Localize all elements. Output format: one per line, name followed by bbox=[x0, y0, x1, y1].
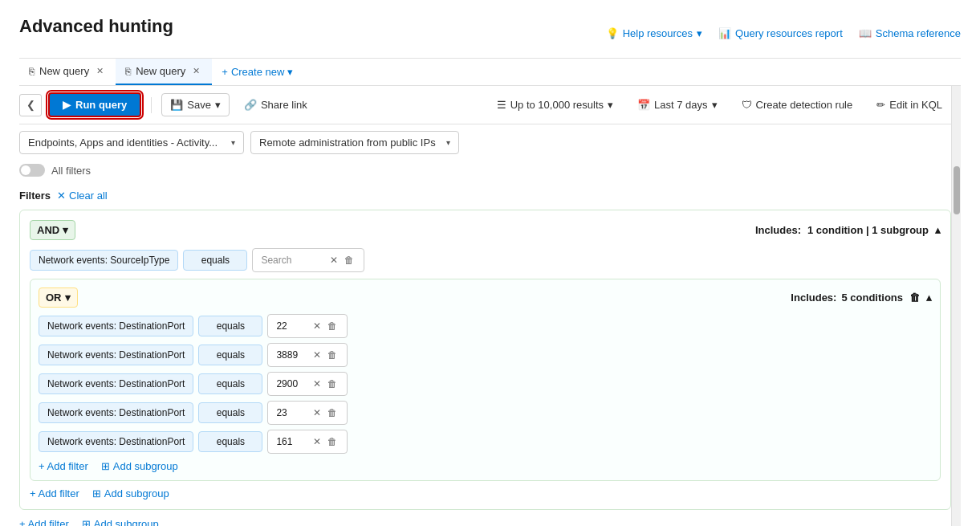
calendar-icon: 📅 bbox=[637, 99, 650, 111]
condition-clear-button[interactable]: ✕ bbox=[328, 253, 340, 267]
results-limit-button[interactable]: ☰ Up to 10,000 results ▾ bbox=[488, 93, 622, 116]
toolbar-divider-1 bbox=[151, 97, 152, 113]
save-button[interactable]: 💾 Save ▾ bbox=[161, 93, 230, 116]
time-range-label: Last 7 days bbox=[654, 99, 708, 111]
subgroup-value-0[interactable]: 22 ✕ 🗑 bbox=[267, 314, 348, 338]
group-add-filter-button[interactable]: + Add filter bbox=[30, 487, 79, 499]
subgroup-value-2[interactable]: 2900 ✕ 🗑 bbox=[267, 372, 348, 396]
subgroup-row-delete-3[interactable]: 🗑 bbox=[326, 406, 339, 420]
edit-in-kql-button[interactable]: ✏ Edit in KQL bbox=[868, 93, 951, 116]
group-add-subgroup-button[interactable]: ⊞ Add subgroup bbox=[92, 487, 169, 499]
subgroup-operator-2[interactable]: equals bbox=[198, 373, 262, 394]
create-detection-rule-label: Create detection rule bbox=[756, 99, 853, 111]
share-icon: 🔗 bbox=[244, 99, 257, 111]
subgroup-actions-2: ✕ 🗑 bbox=[311, 377, 339, 391]
subgroup-row-3: Network events: DestinationPort equals 2… bbox=[39, 401, 932, 425]
subgroup-field-1[interactable]: Network events: DestinationPort bbox=[39, 345, 193, 365]
sidebar-toggle-button[interactable]: ❮ bbox=[19, 94, 42, 116]
subgroup-field-2[interactable]: Network events: DestinationPort bbox=[39, 373, 193, 394]
bottom-add-subgroup-icon: ⊞ bbox=[82, 518, 91, 526]
save-icon: 💾 bbox=[170, 99, 183, 111]
subgroup-row-clear-3[interactable]: ✕ bbox=[311, 406, 323, 420]
group-info: Includes: 1 condition | 1 subgroup ▴ bbox=[755, 224, 941, 236]
subgroup-row-clear-4[interactable]: ✕ bbox=[311, 434, 323, 449]
subgroup-add-subgroup-button[interactable]: ⊞ Add subgroup bbox=[101, 460, 178, 472]
subgroup-value-1[interactable]: 3889 ✕ 🗑 bbox=[267, 343, 348, 367]
subgroup-operator-4[interactable]: equals bbox=[198, 431, 262, 452]
time-range-button[interactable]: 📅 Last 7 days ▾ bbox=[628, 93, 726, 116]
template-dropdown[interactable]: Remote administration from public IPs ▾ bbox=[250, 131, 459, 154]
category-chevron-icon: ▾ bbox=[231, 138, 235, 147]
subgroup-chevron-up-icon[interactable]: ▴ bbox=[926, 292, 932, 304]
tabs-bar: ⎘ New query ✕ ⎘ New query ✕ + Create new… bbox=[19, 59, 961, 86]
scrollbar[interactable] bbox=[951, 86, 961, 526]
filters-heading-text: Filters bbox=[19, 190, 51, 202]
subgroup-row-delete-1[interactable]: 🗑 bbox=[326, 348, 339, 362]
and-label: AND bbox=[37, 224, 59, 236]
query-resources-report-link[interactable]: 📊 Query resources report bbox=[718, 27, 843, 39]
subgroup-operator-3[interactable]: equals bbox=[198, 402, 262, 423]
subgroup-operator-0[interactable]: equals bbox=[198, 316, 262, 336]
run-query-button[interactable]: ▶ Run query bbox=[48, 92, 141, 117]
and-operator-button[interactable]: AND ▾ bbox=[30, 220, 75, 240]
all-filters-toggle[interactable] bbox=[19, 164, 45, 177]
scrollbar-thumb bbox=[954, 166, 960, 214]
tab-2[interactable]: ⎘ New query ✕ bbox=[116, 59, 212, 85]
subgroup-value-text-1: 3889 bbox=[276, 349, 298, 361]
subgroup-includes-value: 5 conditions bbox=[841, 292, 903, 304]
category-dropdown[interactable]: Endpoints, Apps and identities - Activit… bbox=[19, 131, 244, 154]
subgroup-add-filter-button[interactable]: + Add filter bbox=[39, 460, 88, 472]
schema-reference-link[interactable]: 📖 Schema reference bbox=[859, 27, 961, 39]
sidebar-icon: ❮ bbox=[26, 99, 35, 111]
create-detection-rule-button[interactable]: 🛡 Create detection rule bbox=[733, 93, 862, 116]
condition-field[interactable]: Network events: SourceIpType bbox=[30, 250, 178, 271]
toolbar: ❮ ▶ Run query 💾 Save ▾ 🔗 Share link bbox=[19, 86, 951, 124]
subgroup-value-4[interactable]: 161 ✕ 🗑 bbox=[267, 430, 348, 454]
pencil-icon: ✏ bbox=[876, 99, 885, 111]
subgroup-actions-3: ✕ 🗑 bbox=[311, 406, 339, 420]
category-dropdown-label: Endpoints, Apps and identities - Activit… bbox=[28, 137, 218, 149]
tab-label-2: New query bbox=[136, 65, 185, 77]
clear-all-button[interactable]: ✕ Clear all bbox=[57, 190, 108, 202]
includes-value: 1 condition | 1 subgroup bbox=[807, 224, 929, 236]
subgroup-includes-label: Includes: bbox=[791, 292, 836, 304]
includes-label: Includes: bbox=[755, 224, 801, 236]
create-new-tab-button[interactable]: + Create new ▾ bbox=[212, 59, 303, 84]
subgroup-field-3[interactable]: Network events: DestinationPort bbox=[39, 402, 193, 423]
share-link-label: Share link bbox=[261, 99, 307, 111]
subgroup-row-delete-0[interactable]: 🗑 bbox=[326, 319, 339, 333]
subgroup-row-clear-1[interactable]: ✕ bbox=[311, 348, 323, 362]
subgroup-add-row: + Add filter ⊞ Add subgroup bbox=[39, 460, 932, 472]
tab-query-icon-1: ⎘ bbox=[29, 66, 35, 77]
subgroup-row-clear-2[interactable]: ✕ bbox=[311, 377, 323, 391]
or-chevron-icon: ▾ bbox=[65, 292, 71, 304]
tab-close-1[interactable]: ✕ bbox=[94, 65, 106, 77]
save-label: Save bbox=[187, 99, 211, 111]
bottom-add-subgroup-button[interactable]: ⊞ Add subgroup bbox=[82, 518, 159, 526]
condition-operator[interactable]: equals bbox=[183, 250, 247, 271]
subgroup-field-0[interactable]: Network events: DestinationPort bbox=[39, 316, 193, 336]
tab-1[interactable]: ⎘ New query ✕ bbox=[19, 59, 116, 85]
group-chevron-up-icon[interactable]: ▴ bbox=[935, 224, 941, 236]
subgroup-row-clear-0[interactable]: ✕ bbox=[311, 319, 323, 333]
main-condition-row: Network events: SourceIpType equals Sear… bbox=[30, 248, 941, 272]
filters-heading-row: Filters ✕ Clear all bbox=[19, 190, 951, 202]
edit-in-kql-label: Edit in KQL bbox=[889, 99, 942, 111]
bottom-add-filter-button[interactable]: + Add filter bbox=[19, 518, 69, 526]
subgroup-delete-button[interactable]: 🗑 bbox=[908, 290, 921, 305]
subgroup-add-subgroup-icon: ⊞ bbox=[101, 460, 110, 472]
subgroup-row-delete-2[interactable]: 🗑 bbox=[326, 377, 339, 391]
group-header-icons: ▴ bbox=[935, 224, 941, 236]
condition-value-input[interactable]: Search ✕ 🗑 bbox=[252, 248, 364, 272]
tab-close-2[interactable]: ✕ bbox=[190, 65, 202, 77]
subgroup-rows: Network events: DestinationPort equals 2… bbox=[39, 314, 932, 454]
save-chevron-icon: ▾ bbox=[215, 99, 221, 111]
share-link-button[interactable]: 🔗 Share link bbox=[236, 94, 315, 116]
subgroup-value-3[interactable]: 23 ✕ 🗑 bbox=[267, 401, 348, 425]
help-resources-link[interactable]: 💡 Help resources ▾ bbox=[606, 27, 702, 39]
subgroup-row-delete-4[interactable]: 🗑 bbox=[326, 434, 339, 449]
condition-delete-button[interactable]: 🗑 bbox=[343, 253, 356, 267]
subgroup-operator-1[interactable]: equals bbox=[198, 345, 262, 365]
subgroup-field-4[interactable]: Network events: DestinationPort bbox=[39, 431, 193, 452]
or-operator-button[interactable]: OR ▾ bbox=[39, 287, 78, 308]
